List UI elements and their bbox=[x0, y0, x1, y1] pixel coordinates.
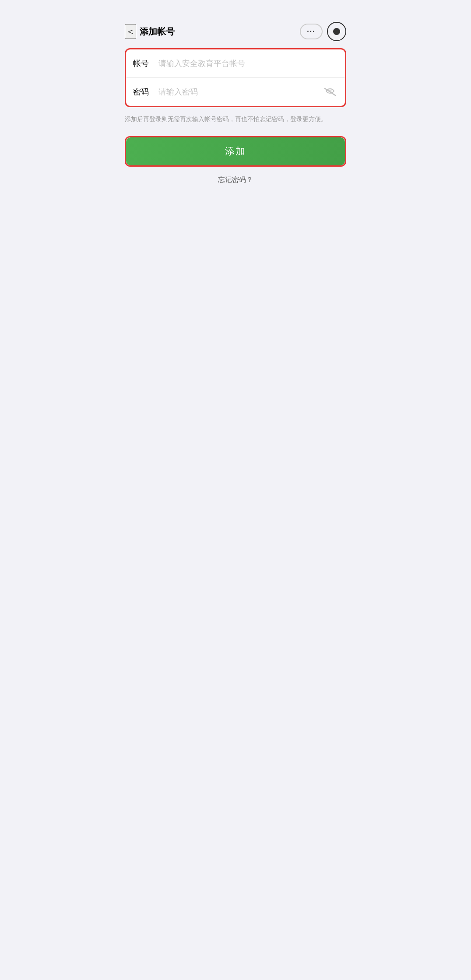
more-icon: ··· bbox=[307, 28, 315, 35]
add-button[interactable]: 添加 bbox=[126, 137, 345, 165]
page-title: 添加帐号 bbox=[140, 26, 175, 38]
account-row: 帐号 bbox=[126, 49, 345, 77]
add-button-container: 添加 bbox=[125, 136, 346, 167]
login-form: 帐号 密码 bbox=[125, 48, 346, 107]
navigation-bar: ＜ 添加帐号 ··· bbox=[118, 19, 353, 44]
forgot-password-link[interactable]: 忘记密码？ bbox=[118, 175, 353, 185]
svg-point-0 bbox=[329, 90, 331, 92]
record-icon bbox=[333, 28, 340, 35]
password-row: 密码 bbox=[126, 77, 345, 106]
more-button[interactable]: ··· bbox=[300, 24, 323, 39]
toggle-password-icon[interactable] bbox=[322, 86, 338, 98]
hint-text: 添加后再登录则无需再次输入帐号密码，再也不怕忘记密码，登录更方便。 bbox=[118, 107, 353, 124]
password-input[interactable] bbox=[155, 88, 322, 97]
back-button[interactable]: ＜ bbox=[125, 24, 136, 39]
account-input[interactable] bbox=[155, 59, 338, 68]
account-label: 帐号 bbox=[133, 58, 155, 69]
record-button[interactable] bbox=[327, 22, 346, 41]
password-label: 密码 bbox=[133, 87, 155, 97]
